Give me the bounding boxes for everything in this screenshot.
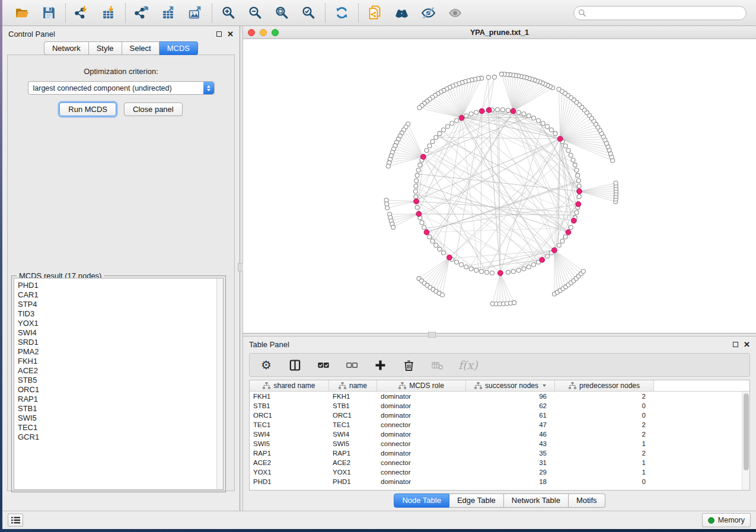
mcds-result-item[interactable]: RAP1 (18, 395, 216, 404)
network-canvas[interactable] (243, 39, 756, 333)
graph-node[interactable] (557, 243, 561, 248)
search-box[interactable] (573, 6, 747, 20)
show-columns-button[interactable] (288, 358, 302, 372)
deselect-all-button[interactable] (344, 358, 359, 372)
column-header-predecessor-nodes[interactable]: predecessor nodes (555, 380, 654, 391)
splitter-grip[interactable] (428, 332, 436, 338)
scrollbar-thumb[interactable] (744, 393, 749, 470)
mcds-list-scrollbar[interactable] (216, 278, 223, 489)
tab-network[interactable]: Network (44, 41, 89, 55)
hide-selected-button[interactable] (420, 5, 436, 21)
mcds-result-item[interactable]: GCR1 (18, 432, 216, 442)
graph-node[interactable] (415, 174, 419, 178)
mcds-hub-node[interactable] (571, 218, 576, 223)
graph-node[interactable] (571, 158, 575, 162)
mcds-result-item[interactable]: TID3 (18, 309, 216, 319)
graph-node[interactable] (516, 268, 521, 273)
graph-node[interactable] (560, 239, 564, 243)
mcds-result-item[interactable]: CAR1 (18, 290, 216, 300)
column-header-MCDS-role[interactable]: MCDS role (377, 380, 466, 391)
tab-edge-table[interactable]: Edge Table (449, 493, 504, 508)
apply-preferred-layout-button[interactable] (334, 5, 350, 21)
mcds-result-item[interactable]: STB5 (18, 376, 216, 385)
table-row[interactable]: ORC1ORC1dominator610 (250, 411, 749, 420)
open-file-button[interactable] (14, 5, 30, 21)
graph-node[interactable] (420, 220, 424, 225)
table-row[interactable]: SWI4SWI4dominator462 (250, 430, 749, 439)
minimize-window-icon[interactable] (260, 29, 267, 36)
table-mode-button[interactable]: ⚙ (259, 358, 273, 372)
create-column-button[interactable] (373, 358, 387, 372)
graph-node[interactable] (537, 118, 541, 123)
tab-style[interactable]: Style (89, 41, 122, 55)
graph-node[interactable] (450, 121, 454, 126)
graph-node[interactable] (384, 198, 388, 202)
graph-node[interactable] (428, 144, 432, 148)
graph-node[interactable] (385, 206, 390, 210)
task-history-button[interactable] (8, 514, 23, 527)
graph-node[interactable] (577, 195, 581, 199)
mcds-result-item[interactable]: STP4 (18, 300, 216, 309)
float-panel-icon[interactable] (216, 31, 222, 37)
graph-node[interactable] (442, 128, 446, 132)
graph-node[interactable] (512, 300, 516, 305)
mcds-result-item[interactable]: TEC1 (18, 423, 216, 432)
show-all-button[interactable] (447, 5, 463, 21)
mcds-result-item[interactable]: FKH1 (18, 357, 216, 366)
mcds-hub-node[interactable] (497, 271, 503, 276)
graph-node[interactable] (563, 144, 567, 148)
table-row[interactable]: RAP1RAP1dominator352 (250, 448, 749, 458)
graph-node[interactable] (464, 114, 468, 118)
new-network-from-selection-button[interactable] (367, 5, 383, 21)
first-neighbors-button[interactable] (394, 5, 410, 21)
tab-node-table[interactable]: Node Table (394, 493, 449, 508)
mcds-hub-node[interactable] (414, 198, 419, 204)
graph-node[interactable] (614, 181, 618, 185)
graph-node[interactable] (563, 235, 567, 239)
graph-node[interactable] (527, 265, 531, 269)
graph-node[interactable] (430, 140, 435, 144)
select-all-button[interactable] (316, 358, 330, 372)
tab-select[interactable]: Select (122, 41, 160, 55)
close-panel-icon[interactable]: ✕ (227, 31, 234, 37)
table-row[interactable]: ACE2ACE2connector311 (250, 458, 749, 467)
horizontal-splitter[interactable] (243, 333, 756, 336)
search-input[interactable] (590, 9, 742, 17)
mcds-hub-node[interactable] (421, 154, 426, 159)
graph-node[interactable] (434, 136, 438, 140)
graph-node[interactable] (425, 149, 429, 153)
graph-node[interactable] (511, 270, 515, 274)
mcds-result-item[interactable]: ORC1 (18, 385, 216, 395)
mcds-hub-node[interactable] (552, 248, 557, 253)
graph-node[interactable] (417, 105, 422, 110)
graph-node[interactable] (506, 270, 511, 274)
graph-node[interactable] (576, 179, 580, 183)
graph-node[interactable] (506, 108, 511, 113)
graph-node[interactable] (464, 265, 468, 269)
graph-node[interactable] (441, 293, 445, 297)
graph-node[interactable] (576, 174, 580, 178)
import-table-button[interactable] (101, 5, 117, 21)
tab-mcds[interactable]: MCDS (160, 41, 198, 55)
graph-node[interactable] (385, 202, 389, 206)
graph-node[interactable] (391, 225, 395, 229)
graph-node[interactable] (414, 195, 418, 199)
mcds-hub-node[interactable] (416, 211, 422, 217)
column-header-successor-nodes[interactable]: successor nodes (466, 380, 555, 391)
graph-node[interactable] (546, 254, 550, 258)
table-row[interactable]: SWI5SWI5connector431 (250, 439, 749, 448)
table-row[interactable]: STB1STB1dominator620 (250, 401, 749, 411)
memory-button[interactable]: Memory (702, 513, 751, 527)
graph-node[interactable] (496, 108, 500, 112)
graph-node[interactable] (522, 267, 526, 271)
mcds-result-item[interactable]: SRD1 (18, 338, 216, 347)
graph-node[interactable] (532, 116, 536, 120)
zoom-selected-button[interactable] (301, 5, 317, 21)
table-row[interactable]: YOX1YOX1connector291 (250, 467, 749, 477)
graph-node[interactable] (557, 87, 561, 91)
graph-node[interactable] (516, 110, 521, 114)
graph-node[interactable] (414, 184, 418, 188)
graph-node[interactable] (469, 112, 473, 116)
mcds-hub-node[interactable] (557, 136, 563, 142)
column-header-shared-name[interactable]: shared name (250, 380, 329, 391)
